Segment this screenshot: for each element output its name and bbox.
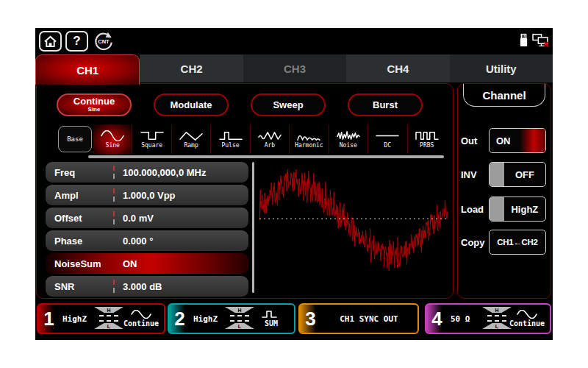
- low-limit-icon: L: [225, 323, 254, 329]
- help-button[interactable]: ?: [65, 31, 88, 52]
- param-row-phase[interactable]: Phase 0.000 °: [46, 230, 248, 251]
- waveform-pulse[interactable]: Pulse: [210, 124, 249, 154]
- limit-dash: [487, 320, 506, 322]
- channel4-number: 4: [426, 305, 448, 333]
- dc-icon: [375, 130, 400, 141]
- waveform-prbs[interactable]: PRBS: [407, 124, 446, 154]
- instrument-screen: ? CNT CH1 CH2: [35, 28, 553, 340]
- channel2-load: HighZ: [193, 305, 218, 333]
- tab-ch3[interactable]: CH3: [243, 54, 346, 82]
- waveform-dc[interactable]: DC: [368, 124, 406, 154]
- sine-icon: [131, 310, 151, 319]
- noise-icon: [336, 130, 361, 141]
- limit-dash: [99, 315, 118, 316]
- modulate-mode-button[interactable]: Modulate: [154, 93, 229, 116]
- channel-panel: Channel Out ON INV OFF Load HighZ Copy C…: [457, 83, 551, 299]
- channel4-status-cell[interactable]: 4 50 Ω H L Continue: [425, 303, 551, 334]
- param-divider: [113, 188, 115, 202]
- channel2-number: 2: [169, 305, 190, 333]
- channel3-function: CH1 SYNC OUT: [323, 305, 415, 333]
- square-icon: [140, 130, 165, 141]
- ramp-icon: [179, 130, 204, 141]
- channel-panel-title: Channel: [463, 84, 545, 107]
- channel2-status-cell[interactable]: 2 HighZ H L SUM: [168, 303, 295, 334]
- channel1-mode: Continue: [121, 306, 161, 331]
- param-row-offset[interactable]: Offset 0.0 mV: [46, 208, 248, 228]
- vertical-scrollbar[interactable]: [252, 162, 254, 293]
- channel3-number: 3: [300, 305, 321, 333]
- waveform-noise[interactable]: Noise: [329, 124, 368, 154]
- low-limit-icon: L: [94, 323, 123, 329]
- param-row-noisesum[interactable]: NoiseSum ON: [46, 253, 248, 274]
- channel-tabbar: CH1 CH2 CH3 CH4 Utility: [35, 54, 553, 82]
- status-icons: [519, 33, 549, 47]
- channel-out-row: Out ON: [461, 128, 546, 153]
- main-panel: Continue Sine Modulate Sweep Burst Base …: [36, 83, 453, 299]
- horizontal-scrollbar[interactable]: [88, 155, 444, 158]
- load-toggle[interactable]: HighZ: [489, 197, 546, 222]
- lan-disconnected-icon: [532, 33, 549, 47]
- limit-dash: [487, 315, 506, 316]
- channel-load-row: Load HighZ: [461, 197, 546, 222]
- channel-copy-row: Copy CH1←CH2: [461, 230, 546, 255]
- counter-button[interactable]: CNT: [93, 30, 115, 52]
- high-limit-icon: H: [225, 307, 254, 313]
- channel-inv-row: INV OFF: [461, 162, 546, 187]
- screenshot-stage: ? CNT CH1 CH2: [0, 0, 588, 368]
- channel1-status-cell[interactable]: 1 HighZ H L Continue: [37, 303, 165, 334]
- waveform-display: [259, 162, 448, 294]
- param-row-freq[interactable]: Freq 100.000,000,0 MHz: [46, 162, 248, 183]
- prbs-icon: [415, 130, 440, 141]
- param-divider: [113, 280, 115, 293]
- continue-mode-button[interactable]: Continue Sine: [57, 93, 132, 116]
- usb-icon: [519, 33, 528, 47]
- channel4-load: 50 Ω: [451, 305, 470, 333]
- high-low-limit-indicator: H L: [225, 307, 254, 330]
- parameter-list: Freq 100.000,000,0 MHz Ampl 1.000,0 Vpp …: [46, 162, 248, 299]
- param-row-snr[interactable]: SNR 3.000 dB: [46, 276, 248, 297]
- limit-dash: [99, 320, 118, 322]
- param-row-ampl[interactable]: Ampl 1.000,0 Vpp: [46, 185, 248, 205]
- tab-ch4[interactable]: CH4: [346, 54, 449, 82]
- sine-icon: [100, 130, 125, 141]
- help-icon: ?: [73, 34, 80, 49]
- waveform-arb[interactable]: Arb: [250, 124, 289, 154]
- waveform-sine[interactable]: Sine: [93, 124, 132, 154]
- limit-dash: [230, 320, 249, 322]
- home-icon: [43, 35, 57, 48]
- svg-text:CNT: CNT: [98, 38, 110, 45]
- param-divider: [113, 166, 115, 179]
- channel1-load: HighZ: [62, 305, 87, 333]
- harmonic-icon: [296, 130, 321, 141]
- limit-dash: [230, 315, 249, 316]
- pulse-icon: [261, 310, 282, 319]
- copy-channel-button[interactable]: CH1←CH2: [489, 230, 546, 255]
- tab-utility[interactable]: Utility: [450, 54, 553, 82]
- sine-icon: [517, 310, 537, 319]
- burst-mode-button[interactable]: Burst: [348, 93, 423, 116]
- arb-icon: [257, 130, 282, 141]
- waveform-plot: [259, 162, 448, 294]
- channel1-number: 1: [38, 305, 60, 333]
- waveform-selector: Sine Square Ramp Pulse Arb: [93, 124, 446, 154]
- pulse-icon: [218, 130, 243, 141]
- waveform-harmonic[interactable]: Harmonic: [289, 124, 328, 154]
- high-limit-icon: H: [94, 307, 123, 313]
- base-waveform-button[interactable]: Base: [58, 126, 92, 152]
- waveform-square[interactable]: Square: [132, 124, 171, 154]
- channel2-mode: SUM: [251, 306, 291, 331]
- tab-ch1[interactable]: CH1: [35, 54, 140, 85]
- toolbar: ? CNT: [35, 28, 553, 54]
- home-button[interactable]: [39, 31, 62, 52]
- high-low-limit-indicator: H L: [94, 307, 123, 330]
- waveform-ramp[interactable]: Ramp: [171, 124, 210, 154]
- param-divider: [113, 211, 115, 224]
- sweep-mode-button[interactable]: Sweep: [251, 93, 326, 116]
- invert-toggle[interactable]: OFF: [489, 162, 546, 187]
- output-toggle[interactable]: ON: [489, 128, 546, 153]
- tab-ch2[interactable]: CH2: [140, 54, 243, 82]
- counter-cycle-icon: CNT: [93, 30, 115, 52]
- channel4-mode: Continue: [507, 306, 547, 331]
- continue-mode-sub: Sine: [88, 107, 101, 113]
- channel3-status-cell[interactable]: 3 CH1 SYNC OUT: [298, 303, 419, 334]
